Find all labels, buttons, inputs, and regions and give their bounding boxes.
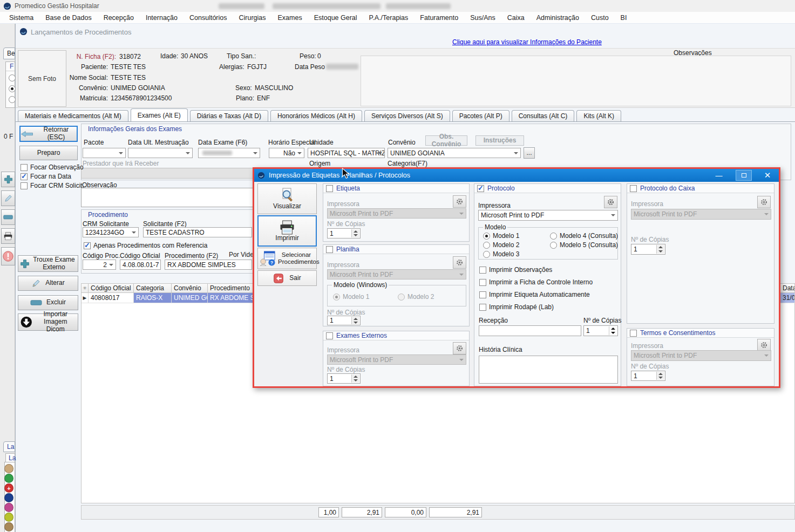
edge-tab-la[interactable]: La — [3, 441, 15, 452]
edge-radio-selected[interactable] — [9, 85, 16, 92]
spinner-arrows-icon[interactable] — [351, 374, 359, 383]
procedimento-input[interactable]: RX ABDOME SIMPLES — [165, 260, 252, 270]
planilha-gear-button[interactable] — [453, 256, 466, 269]
termos-gear-button[interactable] — [757, 339, 771, 351]
cell-categoria[interactable]: RAIOS-X — [134, 293, 172, 303]
tab-kits[interactable]: Kits (Alt K) — [576, 110, 621, 121]
close-icon[interactable]: ✕ — [759, 170, 776, 181]
edge-printer-button[interactable] — [1, 228, 15, 244]
menu-estoque-geral[interactable]: Estoque Geral — [308, 12, 363, 23]
menu-sistema[interactable]: Sistema — [3, 12, 39, 23]
spinner-arrows-icon[interactable] — [609, 326, 617, 335]
exames-externos-gear-button[interactable] — [453, 342, 466, 354]
modelo5-radio[interactable]: Modelo 5 (Consulta) — [550, 241, 618, 249]
cell-codigo-oficial[interactable]: 40808017 — [89, 293, 134, 303]
data-ult-select[interactable] — [128, 148, 193, 158]
crm-select[interactable]: 12341234GO — [83, 227, 139, 237]
planilha-checkbox[interactable] — [326, 246, 333, 253]
protocolo-copias-spinner[interactable]: 1 — [583, 325, 618, 336]
retornar-button[interactable]: Retornar (ESC) — [19, 126, 78, 142]
menu-pa-terapias[interactable]: P.A./Terapias — [363, 12, 415, 23]
codigo-oficial-input[interactable]: 4.08.08.01-7 — [120, 260, 161, 270]
planilha-impressora-select[interactable]: Microsoft Print to PDF — [327, 269, 466, 279]
exames-externos-impressora-select[interactable]: Microsoft Print to PDF — [327, 354, 466, 365]
modelo1-radio[interactable]: Modelo 1 — [483, 232, 519, 240]
patient-info-link[interactable]: Clique aqui para visualizar Informações … — [452, 38, 602, 46]
tab-pacotes[interactable]: Pacotes (Alt P) — [452, 110, 509, 121]
spinner-arrows-icon[interactable] — [656, 372, 664, 380]
cell-convenio[interactable]: UNIMED GOI — [172, 293, 208, 303]
grid-header-codigo[interactable]: Código Oficial — [89, 283, 134, 293]
pink-icon[interactable] — [4, 503, 13, 512]
pacote-select[interactable] — [83, 148, 126, 158]
etiqueta-impressora-select[interactable]: Microsoft Print to PDF — [327, 208, 466, 219]
menu-custo[interactable]: Custo — [585, 12, 615, 23]
edge-pencil-button[interactable] — [1, 190, 15, 206]
protocolo-impressora-select[interactable]: Microsoft Print to PDF — [478, 210, 618, 221]
focar-crm-checkbox[interactable]: Focar CRM Solicit. — [21, 182, 84, 189]
menu-consultorios[interactable]: Consultórios — [184, 12, 233, 23]
excluir-button[interactable]: Excluir — [18, 295, 78, 310]
waveform-icon[interactable] — [4, 474, 13, 483]
edge-plus-button[interactable] — [1, 172, 15, 187]
imprimir-ficha-checkbox[interactable]: Imprimir a Ficha de Controle Interno — [479, 278, 593, 286]
edge-tab-be[interactable]: Be — [3, 47, 15, 59]
planilha-modelo1-radio[interactable]: Modelo 1 — [333, 293, 369, 301]
modelo4-radio[interactable]: Modelo 4 (Consulta) — [550, 232, 618, 240]
protocolo-caixa-impressora-select[interactable]: Microsoft Print to PDF — [631, 209, 771, 220]
grid-header-data[interactable]: Data — [780, 283, 795, 293]
edge-alert-button[interactable] — [1, 247, 15, 265]
imprimir-rodape-checkbox[interactable]: Imprimir Rodapé (Lab) — [479, 303, 554, 311]
person-icon[interactable] — [4, 464, 13, 473]
menu-administracao[interactable]: Administração — [531, 12, 585, 23]
convenio-select[interactable]: UNIMED GOIANIA — [388, 148, 521, 158]
maximize-icon[interactable] — [736, 170, 752, 181]
etiqueta-copias-spinner[interactable]: 1 — [327, 228, 361, 238]
importar-dicom-button[interactable]: Importar Imagem Dicom — [18, 313, 78, 331]
unidade-select[interactable]: HOSPITAL SQL - MATRIZ — [308, 148, 385, 158]
protocolo-caixa-gear-button[interactable] — [757, 196, 771, 208]
cell-data[interactable]: 31/0 — [780, 293, 795, 303]
edge-rectangle-button[interactable] — [1, 209, 15, 225]
menu-caixa[interactable]: Caixa — [501, 12, 531, 23]
recepcao-input[interactable] — [479, 325, 581, 336]
planilha-copias-spinner[interactable]: 1 — [327, 316, 361, 325]
modelo2-radio[interactable]: Modelo 2 — [483, 241, 519, 249]
obs-convenio-button[interactable]: Obs. Convênio — [425, 135, 467, 146]
grid-header-categoria[interactable]: Categoria — [134, 283, 172, 293]
spinner-arrows-icon[interactable] — [351, 229, 359, 237]
menu-sus-ans[interactable]: Sus/Ans — [464, 12, 501, 23]
spinner-arrows-icon[interactable] — [656, 245, 664, 254]
focar-na-data-checkbox[interactable]: Focar na Data — [21, 173, 71, 180]
visualizar-button[interactable]: Visualizar — [257, 183, 317, 214]
protocolo-checkbox-checked[interactable] — [477, 185, 484, 192]
tab-exames[interactable]: Exames (Alt E) — [131, 108, 188, 121]
horario-especial-select[interactable]: Não — [269, 148, 304, 158]
menu-bi[interactable]: BI — [615, 12, 633, 23]
termos-impressora-select[interactable]: Microsoft Print to PDF — [631, 350, 771, 361]
calculator-icon[interactable] — [4, 493, 13, 502]
codigo-proc-select[interactable]: 2 — [83, 260, 116, 270]
tab-diarias[interactable]: Diárias e Taxas (Alt D) — [190, 110, 268, 121]
dialog-titlebar[interactable]: Impressão de Etiquetas / Planilhas / Pro… — [254, 169, 779, 182]
cylinder-icon[interactable] — [4, 522, 13, 531]
exames-externos-checkbox[interactable] — [326, 332, 333, 339]
sair-button[interactable]: Sair — [257, 270, 317, 286]
termos-checkbox[interactable] — [630, 330, 637, 337]
imprimir-button[interactable]: Imprimir — [257, 215, 317, 247]
tab-servicos[interactable]: Serviços Diversos (Alt S) — [364, 110, 450, 121]
menu-internacao[interactable]: Internação — [140, 12, 184, 23]
preparo-button[interactable]: Preparo — [19, 146, 78, 160]
protocolo-gear-button[interactable] — [604, 196, 617, 208]
edge-radio[interactable] — [9, 96, 16, 103]
protocolo-caixa-copias-spinner[interactable]: 1 — [631, 244, 665, 255]
instrucoes-button[interactable]: Instruções — [475, 135, 524, 146]
selecionar-procedimentos-button[interactable]: ? Selecionar Procedimentos — [257, 248, 317, 269]
solicitante-input[interactable]: TESTE CADASTRO — [143, 227, 252, 237]
observacao-textarea[interactable] — [81, 188, 254, 207]
trouxe-exame-button[interactable]: Trouxe Exame Externo — [18, 255, 78, 272]
modelo3-radio[interactable]: Modelo 3 — [483, 250, 519, 258]
apenas-referencia-checkbox[interactable]: Apenas Procedimentos com Referencia — [84, 242, 207, 249]
menu-cirurgias[interactable]: Cirurgias — [233, 12, 272, 23]
edge-radio[interactable] — [9, 74, 16, 81]
